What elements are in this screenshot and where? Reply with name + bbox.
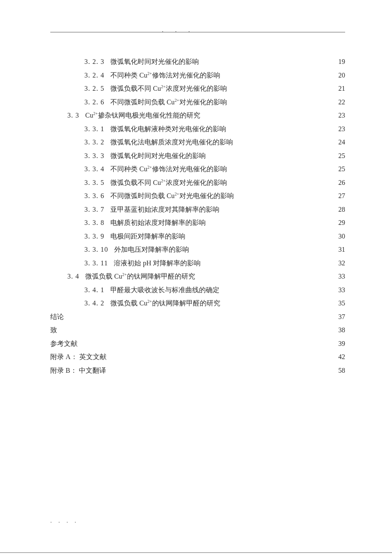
- toc-page: 25: [336, 151, 345, 161]
- toc-title: 不同微弧时间负载 Cu2+对光催化的影响: [110, 97, 227, 107]
- toc-number: 3. 4. 2: [84, 298, 104, 308]
- toc-page: 30: [336, 231, 345, 242]
- toc-page: 20: [336, 70, 345, 81]
- toc-title: 不同微弧时间负载 Cu2+对光电催化的影响: [110, 191, 234, 201]
- footer-ellipsis: . . . .: [50, 516, 79, 525]
- toc-number: 3. 3. 11: [84, 258, 108, 268]
- toc-number: 3. 2. 3: [84, 57, 104, 67]
- toc-row: 3. 3. 6不同微弧时间负载 Cu2+对光电催化的影响27: [50, 191, 345, 201]
- table-of-contents: 3. 2. 3微弧氧化时间对光催化的影响193. 2. 4不同种类 Cu2+修饰…: [50, 57, 345, 379]
- toc-number: 3. 3. 2: [84, 137, 104, 147]
- toc-title: 微弧氧化时间对光电催化的影响: [110, 151, 206, 161]
- toc-title: 附录 B： 中文翻译: [50, 365, 106, 376]
- toc-page: 19: [336, 57, 345, 67]
- toc-title: 微弧负载 Cu2+的钛网降解甲醛的研究: [85, 271, 195, 282]
- toc-page: 38: [336, 325, 345, 335]
- toc-title: 参考文献: [50, 339, 78, 349]
- toc-row: 3. 3. 7亚甲基蓝初始浓度对其降解率的影响28: [50, 204, 345, 215]
- header-ellipsis: . . .: [162, 26, 195, 35]
- toc-row: 3. 2. 3微弧氧化时间对光催化的影响19: [50, 57, 345, 67]
- toc-title: 微弧氧化时间对光催化的影响: [110, 57, 199, 67]
- toc-title: 不同种类 Cu2+修饰法对光电催化的影响: [110, 164, 227, 174]
- toc-page: 29: [336, 218, 345, 228]
- toc-page: 39: [336, 339, 345, 349]
- header-rule: [50, 32, 345, 32]
- toc-title: 微弧负载不同 Cu2+浓度对光催化的影响: [110, 83, 227, 94]
- toc-number: 3. 3. 4: [84, 164, 104, 174]
- toc-page: 42: [336, 352, 345, 362]
- toc-number: 3. 3. 7: [84, 204, 104, 215]
- toc-page: 37: [336, 312, 345, 322]
- toc-page: 35: [336, 298, 345, 308]
- toc-page: 23: [336, 124, 345, 134]
- toc-row: 3. 4. 1甲醛最大吸收波长与标准曲线的确定33: [50, 285, 345, 295]
- toc-number: 3. 2. 6: [84, 97, 104, 107]
- toc-number: 3. 2. 5: [84, 83, 104, 94]
- toc-row: 3. 3. 5微弧负载不同 Cu2+浓度对光催化的影响26: [50, 178, 345, 188]
- toc-row: 3. 3. 10 外加电压对降解率的影响31: [50, 244, 345, 255]
- toc-title: 电极间距对降解率的影响: [110, 231, 185, 242]
- toc-title: 电解质初始浓度对降解率的影响: [110, 218, 206, 228]
- toc-title: 不同种类 Cu2+修饰法对光催化的影响: [110, 70, 220, 81]
- toc-row: 3. 3. 1微弧氧化电解液种类对光电催化的影响23: [50, 124, 345, 134]
- toc-page: 21: [336, 83, 345, 94]
- toc-row: 附录 B： 中文翻译58: [50, 365, 345, 376]
- toc-number: 3. 3. 8: [84, 218, 104, 228]
- toc-row: 3. 3. 11 溶液初始 pH 对降解率的影响32: [50, 258, 345, 268]
- toc-page: 24: [336, 137, 345, 147]
- toc-row: 致38: [50, 325, 345, 335]
- toc-title: 微弧氧化电解液种类对光电催化的影响: [110, 124, 226, 134]
- toc-row: 参考文献39: [50, 339, 345, 349]
- toc-number: 3. 3. 6: [84, 191, 104, 201]
- toc-title: 溶液初始 pH 对降解率的影响: [114, 258, 201, 268]
- footer-rule: [0, 552, 392, 553]
- toc-page: 26: [336, 178, 345, 188]
- toc-page: 33: [336, 271, 345, 282]
- toc-title: 附录 A： 英文文献: [50, 352, 107, 362]
- toc-page: 33: [336, 285, 345, 295]
- toc-number: 3. 3. 1: [84, 124, 104, 134]
- toc-row: 3. 3. 4 不同种类 Cu2+修饰法对光电催化的影响25: [50, 164, 345, 174]
- toc-page: 25: [336, 164, 345, 174]
- toc-title: 致: [50, 325, 57, 335]
- toc-row: 3. 3. 8电解质初始浓度对降解率的影响29: [50, 218, 345, 228]
- toc-number: 3. 3. 9: [84, 231, 104, 242]
- toc-page: 22: [336, 97, 345, 107]
- toc-page: 28: [336, 204, 345, 215]
- toc-row: 3. 4 微弧负载 Cu2+的钛网降解甲醛的研究 33: [50, 271, 345, 282]
- toc-row: 3. 2. 5微弧负载不同 Cu2+浓度对光催化的影响21: [50, 83, 345, 94]
- toc-title: 结论: [50, 312, 64, 322]
- toc-title: 外加电压对降解率的影响: [114, 244, 189, 255]
- toc-page: 58: [336, 365, 345, 376]
- toc-row: 结论37: [50, 312, 345, 322]
- page: . . . 3. 2. 3微弧氧化时间对光催化的影响193. 2. 4不同种类 …: [0, 0, 392, 555]
- toc-page: 32: [336, 258, 345, 268]
- toc-number: 3. 2. 4: [84, 70, 104, 81]
- toc-page: 27: [336, 191, 345, 201]
- toc-number: 3. 4: [67, 271, 79, 282]
- toc-title: Cu2+掺杂钛网电极光电催化性能的研究: [85, 110, 200, 121]
- toc-number: 3. 3. 3: [84, 151, 104, 161]
- toc-row: 3. 3. 3微弧氧化时间对光电催化的影响25: [50, 151, 345, 161]
- toc-number: 3. 4. 1: [84, 285, 104, 295]
- toc-number: 3. 3. 5: [84, 178, 104, 188]
- toc-row: 3. 4. 2微弧负载 Cu2+的钛网降解甲醛的研究35: [50, 298, 345, 308]
- toc-title: 微弧负载不同 Cu2+浓度对光催化的影响: [110, 178, 227, 188]
- toc-row: 3. 2. 6不同微弧时间负载 Cu2+对光催化的影响22: [50, 97, 345, 107]
- toc-page: 31: [336, 244, 345, 255]
- toc-title: 微弧负载 Cu2+的钛网降解甲醛的研究: [110, 298, 220, 308]
- toc-number: 3. 3. 10: [84, 244, 108, 255]
- toc-row: 附录 A： 英文文献42: [50, 352, 345, 362]
- toc-title: 甲醛最大吸收波长与标准曲线的确定: [110, 285, 219, 295]
- toc-row: 3. 3Cu2+掺杂钛网电极光电催化性能的研究23: [50, 110, 345, 121]
- toc-row: 3. 3. 9电极间距对降解率的影响30: [50, 231, 345, 242]
- toc-number: 3. 3: [67, 110, 79, 121]
- toc-row: 3. 2. 4不同种类 Cu2+修饰法对光催化的影响20: [50, 70, 345, 81]
- toc-page: 23: [336, 110, 345, 121]
- toc-row: 3. 3. 2微弧氧化法电解质浓度对光电催化的影响24: [50, 137, 345, 147]
- toc-title: 亚甲基蓝初始浓度对其降解率的影响: [110, 204, 219, 215]
- toc-title: 微弧氧化法电解质浓度对光电催化的影响: [110, 137, 233, 147]
